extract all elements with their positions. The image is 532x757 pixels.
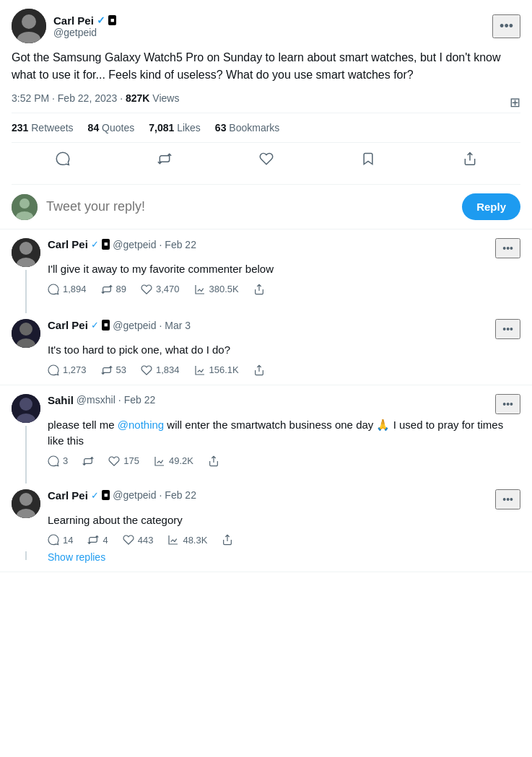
show-replies-button[interactable]: Show replies xyxy=(48,551,105,563)
actions-row xyxy=(12,143,520,185)
comment-1-views[interactable]: 380.5K xyxy=(194,284,239,295)
comment-1-date: Feb 22 xyxy=(165,239,196,250)
comment-1-like[interactable]: 3,470 xyxy=(141,284,180,295)
tweet-author: Carl Pei ✓ ■ @getpeid xyxy=(12,9,116,43)
comment-2-avatar[interactable] xyxy=(12,319,40,348)
comment-1-share[interactable] xyxy=(253,284,265,295)
comment-1-content: Carl Pei ✓ ■ @getpeid · Feb 22 ••• I'll … xyxy=(48,238,520,295)
sahil-handle: @msxhil xyxy=(77,394,115,406)
sahil-content: Sahil @msxhil · Feb 22 ••• please tell m… xyxy=(48,394,520,467)
sahil-avatar[interactable] xyxy=(12,394,40,423)
tweet-views-label: Views xyxy=(152,92,179,104)
comment-2-content: Carl Pei ✓ ■ @getpeid · Mar 3 ••• It's t… xyxy=(48,319,520,376)
likes-stat[interactable]: 7,081 Likes xyxy=(149,122,201,134)
show-replies-spacer xyxy=(12,553,40,561)
comment-1-text: I'll give it away to my favorite comment… xyxy=(48,261,520,278)
sahil-like[interactable]: 175 xyxy=(108,455,139,467)
comment-1-verified: ✓ xyxy=(91,239,99,250)
comment-2-retweet[interactable]: 53 xyxy=(101,364,126,376)
carl-reply-actions: 14 4 443 48.3K xyxy=(48,534,520,546)
comment-1-meta: Carl Pei ✓ ■ @getpeid · Feb 22 xyxy=(48,238,196,250)
tweet-header: Carl Pei ✓ ■ @getpeid ••• xyxy=(12,9,520,43)
show-replies-row: Show replies xyxy=(0,546,532,572)
verified-icon: ✓ xyxy=(97,14,105,26)
comment-2-views-count: 156.1K xyxy=(209,364,239,375)
stats-divider xyxy=(12,113,520,113)
comment-2-name[interactable]: Carl Pei xyxy=(48,319,88,331)
comment-2-meta: Carl Pei ✓ ■ @getpeid · Mar 3 xyxy=(48,319,191,331)
comment-1-actions: 1,894 89 3,470 380.5K xyxy=(48,284,520,295)
sahil-share[interactable] xyxy=(208,455,219,467)
reply-action-button[interactable] xyxy=(47,146,79,175)
svg-point-13 xyxy=(19,398,32,411)
share-action-button[interactable] xyxy=(454,146,486,175)
tweet-time-date: 3:52 PM · Feb 22, 2023 · xyxy=(12,92,126,104)
share-icon xyxy=(463,152,477,170)
comment-2-replies: 1,273 xyxy=(63,364,87,375)
retweet-action-button[interactable] xyxy=(149,146,180,175)
reply-submit-button[interactable]: Reply xyxy=(462,193,520,220)
reply-box: Reply xyxy=(0,185,532,229)
comment-1-dot: · xyxy=(159,239,162,250)
carl-reply-share[interactable] xyxy=(222,534,233,546)
sahil-views[interactable]: 49.2K xyxy=(154,455,193,467)
comment-1-retweet[interactable]: 89 xyxy=(101,284,126,295)
comment-2-handle: @getpeid xyxy=(113,320,156,331)
carl-reply-handle: @getpeid xyxy=(113,489,156,501)
comment-2-views[interactable]: 156.1K xyxy=(194,364,239,376)
comment-1-avatar[interactable] xyxy=(12,238,40,267)
comment-icon xyxy=(56,152,70,170)
svg-point-4 xyxy=(19,198,30,209)
comment-1: Carl Pei ✓ ■ @getpeid · Feb 22 ••• I'll … xyxy=(0,229,532,313)
carl-reply-sahil: Carl Pei ✓ ■ @getpeid · Feb 22 ••• Learn… xyxy=(0,483,532,546)
carl-reply-text: Learning about the category xyxy=(48,512,520,529)
svg-point-1 xyxy=(22,14,36,29)
comment-2-likes: 1,834 xyxy=(156,364,180,375)
more-options-button[interactable]: ••• xyxy=(492,14,520,38)
user-avatar xyxy=(12,194,38,220)
author-handle[interactable]: @getpeid xyxy=(53,27,116,38)
comment-1-name[interactable]: Carl Pei xyxy=(48,238,88,250)
views-graph-icon[interactable]: ⊞ xyxy=(510,95,520,110)
carl-reply-more[interactable]: ••• xyxy=(495,489,520,509)
comment-1-more[interactable]: ••• xyxy=(495,238,520,258)
comment-2-like[interactable]: 1,834 xyxy=(141,364,180,376)
carl-reply-avatar[interactable] xyxy=(12,489,40,518)
comment-1-reply[interactable]: 1,894 xyxy=(48,284,87,295)
carl-reply-like[interactable]: 443 xyxy=(123,534,154,546)
retweets-count: 231 xyxy=(12,122,28,134)
like-action-button[interactable] xyxy=(250,146,282,175)
comment-2-reply[interactable]: 1,273 xyxy=(48,364,87,376)
bookmarks-stat[interactable]: 63 Bookmarks xyxy=(215,122,280,134)
comment-2-more[interactable]: ••• xyxy=(495,319,520,339)
comment-2-dot: · xyxy=(159,320,162,331)
sahil-reply[interactable]: 3 xyxy=(48,455,68,467)
sahil-name[interactable]: Sahil xyxy=(48,394,74,406)
sahil-date: Feb 22 xyxy=(124,394,156,406)
carl-reply-reply[interactable]: 14 xyxy=(48,534,73,546)
carl-reply-views[interactable]: 48.3K xyxy=(167,534,207,546)
comment-2-share[interactable] xyxy=(253,364,265,376)
sahil-retweet[interactable] xyxy=(82,455,94,467)
author-avatar[interactable] xyxy=(12,9,46,43)
sahil-mention[interactable]: @nothing xyxy=(118,419,164,431)
retweets-label: Retweets xyxy=(31,122,73,134)
carl-reply-retweets: 4 xyxy=(103,535,108,546)
retweets-stat[interactable]: 231 Retweets xyxy=(12,122,74,134)
comment-1-views-count: 380.5K xyxy=(209,284,239,294)
carl-reply-name[interactable]: Carl Pei xyxy=(48,489,88,502)
tweet-meta-row: 3:52 PM · Feb 22, 2023 · 827K Views ⊞ xyxy=(12,92,520,113)
author-name[interactable]: Carl Pei xyxy=(53,14,94,27)
svg-point-16 xyxy=(19,493,32,506)
carl-reply-badge: ■ xyxy=(102,490,110,501)
author-badge: ■ xyxy=(108,15,116,26)
tweet-text: Got the Samsung Galaxy Watch5 Pro on Sun… xyxy=(12,49,520,84)
quotes-stat[interactable]: 84 Quotes xyxy=(88,122,135,134)
sahil-more[interactable]: ••• xyxy=(495,394,520,414)
comment-2-text: It's too hard to pick one, what do I do? xyxy=(48,342,520,359)
bookmark-action-button[interactable] xyxy=(352,146,384,175)
sahil-views-count: 49.2K xyxy=(169,455,193,466)
carl-reply-retweet[interactable]: 4 xyxy=(87,534,108,546)
carl-reply-verified: ✓ xyxy=(91,490,99,501)
reply-input[interactable] xyxy=(46,199,453,214)
